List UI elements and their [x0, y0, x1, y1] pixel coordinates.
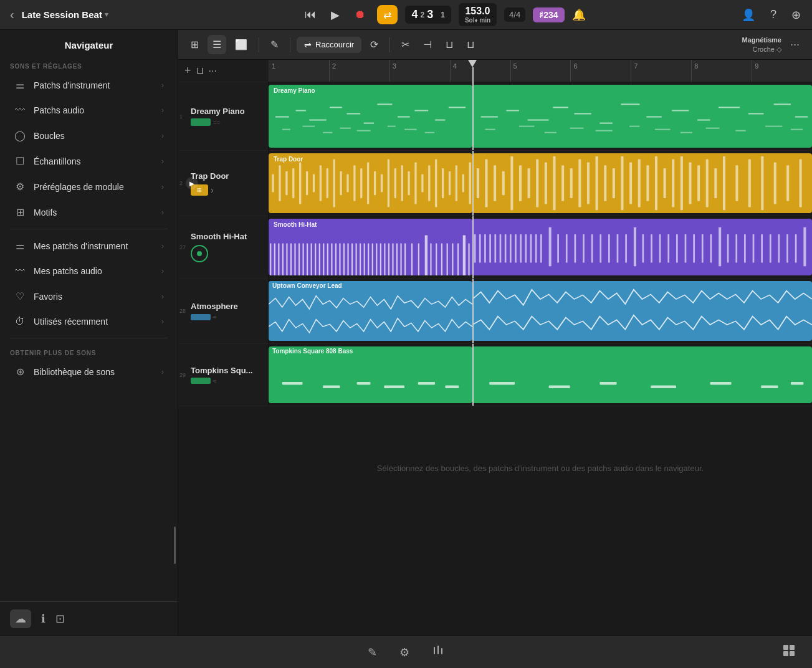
sidebar-item-mes-patchs-audio[interactable]: 〰 Mes patchs audio ›: [4, 259, 174, 283]
ruler-mark-2: 2: [329, 60, 389, 82]
ruler-mark-7: 7: [631, 60, 691, 82]
region-dreamy-piano-1[interactable]: Dreamy Piano: [269, 85, 472, 148]
svg-rect-191: [727, 234, 729, 263]
mixer-bottom-button[interactable]: [428, 641, 448, 664]
settings-bottom-button[interactable]: ⚙: [396, 642, 413, 663]
sidebar-item-favoris[interactable]: ♡ Favoris ›: [4, 284, 174, 308]
track-number-29: 29: [179, 372, 186, 378]
add-track-top-button[interactable]: ⊕: [788, 6, 805, 24]
sidebar-item-label: Motifs: [34, 208, 154, 217]
sidebar-item-bibliotheque[interactable]: ⊛ Bibliothèque de sons ›: [4, 360, 174, 384]
grid-view-button[interactable]: ⊞: [186, 35, 204, 54]
list-view-button[interactable]: ☰: [208, 35, 226, 54]
svg-rect-201: [282, 382, 303, 385]
copy-track-button[interactable]: ⊔: [196, 65, 204, 77]
track-header-content: Dreamy Piano ≈≈: [191, 107, 260, 126]
expand-icon[interactable]: ›: [211, 185, 214, 195]
track-more-button[interactable]: ···: [209, 65, 217, 77]
svg-rect-32: [795, 117, 808, 118]
track-name-trap-door: Trap Door: [191, 171, 260, 181]
region-tompkins-2[interactable]: [472, 346, 812, 403]
badge-icon: ⊞: [197, 187, 202, 193]
svg-rect-193: [744, 234, 746, 263]
copy1-button[interactable]: ⊔: [441, 35, 458, 54]
region-atmosphere-1[interactable]: Uptown Conveyor Lead: [269, 281, 472, 341]
track-timeline-atmosphere[interactable]: Uptown Conveyor Lead: [269, 279, 812, 344]
loop-button[interactable]: ⇄: [377, 5, 398, 24]
loop-region-button[interactable]: ⟳: [365, 35, 383, 54]
sidebar-info-button[interactable]: ℹ: [41, 612, 45, 626]
svg-rect-163: [510, 234, 512, 263]
more-options-button[interactable]: ···: [785, 36, 805, 54]
region-trap-door-2[interactable]: [472, 153, 812, 213]
track-controls-5: ≈: [191, 378, 260, 384]
svg-rect-19: [481, 117, 498, 118]
svg-rect-72: [456, 165, 457, 201]
scissors-button[interactable]: ✂: [396, 35, 414, 54]
account-button[interactable]: 👤: [738, 6, 759, 24]
svg-rect-184: [667, 234, 669, 263]
sidebar-item-patchs-instrument[interactable]: ⚌ Patchs d'instrument ›: [4, 73, 174, 97]
split-button[interactable]: ⊣: [418, 35, 437, 54]
sidebar-item-boucles[interactable]: ◯ Boucles ›: [4, 123, 174, 148]
region-tompkins-1[interactable]: Tompkins Square 808 Bass: [269, 346, 472, 403]
expand-view-button[interactable]: ⬜: [230, 35, 252, 54]
svg-rect-132: [356, 244, 357, 276]
track-timeline-smooth-hihat[interactable]: Smooth Hi-Hat: [269, 216, 812, 279]
record-button[interactable]: ⏺: [351, 6, 370, 24]
region-hihat-1[interactable]: Smooth Hi-Hat: [269, 219, 472, 275]
region-dreamy-piano-2[interactable]: [472, 85, 812, 148]
grid-bottom-button[interactable]: [778, 640, 800, 664]
track-controls-2: ⊞ ›: [191, 184, 260, 196]
key-badge[interactable]: ♯234: [533, 7, 564, 22]
region-atmosphere-2[interactable]: [472, 281, 812, 341]
tempo-display[interactable]: 153.0 Sol♦ min: [459, 3, 497, 26]
svg-rect-86: [570, 168, 573, 198]
mes-patchs-instrument-icon: ⚌: [14, 240, 26, 252]
svg-rect-170: [549, 227, 552, 267]
svg-rect-83: [545, 162, 547, 204]
sidebar-item-prereglages[interactable]: ⚙ Préréglages de module ›: [4, 174, 174, 199]
play-button[interactable]: ▶: [327, 6, 343, 24]
svg-rect-199: [795, 234, 797, 263]
track-controls-3: [191, 245, 260, 262]
sidebar-item-echantillons[interactable]: ☐ Échantillons ›: [4, 149, 174, 173]
svg-rect-114: [282, 244, 284, 276]
metronome-button[interactable]: 🔔: [572, 8, 586, 22]
svg-rect-108: [774, 162, 776, 204]
svg-rect-113: [278, 244, 279, 276]
pencil-bottom-button[interactable]: ✎: [364, 642, 381, 663]
track-timeline-tompkins[interactable]: Tompkins Square 808 Bass: [269, 344, 812, 406]
track-controls-4: ≈: [191, 313, 260, 320]
svg-rect-84: [553, 156, 555, 210]
svg-rect-164: [515, 234, 517, 263]
help-button[interactable]: ?: [767, 6, 780, 24]
back-button[interactable]: ‹: [7, 5, 17, 24]
sidebar-item-motifs[interactable]: ⊞ Motifs ›: [4, 200, 174, 224]
region-trap-door-1[interactable]: Trap Door: [269, 153, 472, 213]
track-timeline-trap-door[interactable]: Trap Door: [269, 151, 812, 216]
svg-rect-4: [346, 113, 360, 114]
sidebar-layout-button[interactable]: ⊡: [55, 612, 65, 626]
rewind-button[interactable]: ⏮: [301, 6, 320, 24]
svg-rect-85: [561, 165, 564, 201]
svg-rect-218: [790, 645, 795, 650]
svg-rect-129: [343, 244, 345, 276]
shortcut-button[interactable]: ⇌ Raccourcir: [297, 37, 361, 53]
pencil-tool-button[interactable]: ✎: [265, 35, 284, 54]
sidebar-item-utilises-recemment[interactable]: ⏱ Utilisés récemment ›: [4, 310, 174, 333]
magnet-label: Magnétisme: [742, 36, 781, 44]
tracks-area: ⊞ ☰ ⬜ ✎ ⇌ Raccourcir ⟳ ✂ ⊣ ⊔ ⊔ Magnétism…: [178, 30, 812, 636]
sidebar-item-mes-patchs-instrument[interactable]: ⚌ Mes patchs d'instrument ›: [4, 234, 174, 258]
sidebar-item-patchs-audio[interactable]: 〰 Patchs audio ›: [4, 98, 174, 122]
tempo-key: Sol♦ min: [465, 17, 490, 24]
region-hihat-2[interactable]: [472, 219, 812, 275]
svg-rect-211: [710, 382, 732, 385]
svg-rect-102: [706, 160, 709, 208]
add-track-button[interactable]: +: [184, 64, 191, 77]
track-timeline-dreamy-piano[interactable]: Dreamy Piano: [269, 82, 812, 151]
copy2-button[interactable]: ⊔: [462, 35, 479, 54]
sidebar-cloud-button[interactable]: ☁: [10, 609, 31, 628]
toolbar-divider-2: [290, 37, 290, 52]
svg-rect-49: [299, 162, 301, 204]
